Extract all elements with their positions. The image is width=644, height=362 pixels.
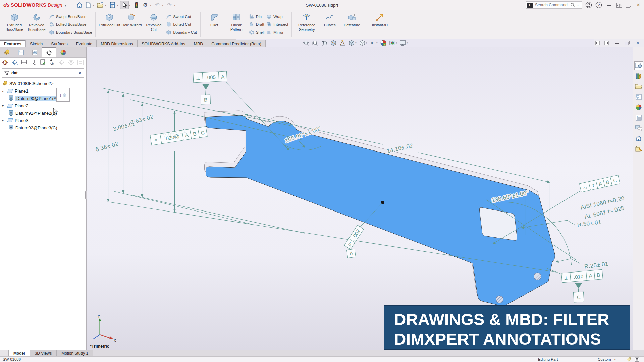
window-minimize-icon[interactable] bbox=[613, 40, 621, 46]
datum-feature-b[interactable]: B bbox=[201, 84, 211, 104]
display-style-dropdown[interactable]: ▾ bbox=[366, 42, 367, 44]
tab-evaluate[interactable]: Evaluate bbox=[72, 40, 97, 47]
view-settings-dropdown[interactable]: ▾ bbox=[407, 42, 408, 44]
tolanalyst-icon-disabled[interactable] bbox=[77, 59, 84, 66]
tab-command-predictor[interactable]: Command Predictor (Beta) bbox=[207, 40, 266, 47]
options-list-icon[interactable] bbox=[635, 357, 639, 362]
revolved-cut-button[interactable]: Revolved Cut bbox=[143, 11, 165, 32]
save-dropdown[interactable]: ▾ bbox=[117, 4, 118, 7]
dynamic-annotation-views-button[interactable] bbox=[339, 40, 346, 46]
search-input[interactable] bbox=[535, 3, 568, 7]
close-button[interactable]: ✕ bbox=[635, 2, 642, 8]
tree-node-datum90[interactable]: A Datum90@Plane1(A) bbox=[0, 95, 86, 102]
datum-feature-a[interactable]: A bbox=[347, 249, 356, 258]
collapse-caret-icon[interactable]: ▾ bbox=[2, 89, 5, 93]
hide-show-items-button[interactable]: ▾ bbox=[369, 40, 378, 46]
home-panel-button[interactable] bbox=[634, 134, 643, 143]
view-orientation-dropdown[interactable]: ▾ bbox=[355, 42, 357, 44]
draft-button[interactable]: Draft bbox=[249, 21, 265, 28]
lofted-cut-button[interactable]: Lofted Cut bbox=[166, 21, 197, 28]
tree-root[interactable]: SW-01086<Scheme2> bbox=[0, 80, 86, 87]
swept-boss-button[interactable]: Swept Boss/Base bbox=[49, 13, 92, 20]
new-document-dropdown[interactable]: ▾ bbox=[93, 4, 94, 7]
tree-filter[interactable]: ✕ bbox=[2, 68, 84, 78]
edit-appearance-button[interactable] bbox=[380, 40, 387, 46]
curves-button[interactable]: Curves ▾ bbox=[319, 11, 341, 27]
select-dropdown[interactable]: ▾ bbox=[129, 4, 130, 7]
user-account-icon[interactable] bbox=[585, 2, 592, 8]
tab-features[interactable]: Features bbox=[0, 40, 26, 47]
reference-geometry-button[interactable]: Reference Geometry ▾ bbox=[294, 11, 319, 32]
tags-icon[interactable] bbox=[627, 357, 632, 362]
boundary-boss-button[interactable]: Boundary Boss/Base bbox=[49, 29, 92, 36]
import-scheme-icon-disabled[interactable] bbox=[68, 59, 74, 66]
open-button[interactable] bbox=[96, 1, 105, 9]
collapse-caret-icon[interactable]: ▾ bbox=[2, 104, 5, 108]
graphics-viewport[interactable]: 5.38±.02 3.00±.02 2.63±.02 2.06±.01 14.1… bbox=[87, 47, 633, 350]
previous-view-button[interactable] bbox=[321, 40, 328, 46]
select-tool-button[interactable] bbox=[120, 1, 129, 9]
display-style-button[interactable]: ▾ bbox=[359, 40, 367, 46]
section-view-button[interactable] bbox=[330, 40, 337, 46]
command-search[interactable]: >_ ▾ bbox=[526, 1, 582, 9]
custom-properties-button[interactable] bbox=[634, 113, 643, 122]
auto-dimension-scheme-icon[interactable] bbox=[2, 59, 9, 66]
hide-show-items-dropdown[interactable]: ▾ bbox=[376, 42, 378, 44]
fcf-perpendicularity-bottom[interactable]: ⊥ .010 A B bbox=[561, 269, 603, 283]
forum-button[interactable] bbox=[634, 124, 643, 132]
tab-sketch[interactable]: Sketch bbox=[25, 40, 47, 47]
window-close-icon[interactable]: ✕ bbox=[634, 40, 641, 46]
pane-split-button[interactable] bbox=[4, 350, 9, 356]
hole-wizard-button[interactable]: Hole Wizard ▾ bbox=[120, 11, 143, 27]
collapse-pane-left-icon[interactable] bbox=[595, 41, 600, 45]
tree-node-plane1[interactable]: ▾ Plane1 bbox=[0, 87, 86, 95]
fillet-button[interactable]: Fillet ▾ bbox=[203, 11, 225, 27]
collapse-pane-right-icon[interactable] bbox=[604, 41, 609, 45]
zoom-to-fit-button[interactable] bbox=[303, 40, 310, 46]
part-body[interactable] bbox=[204, 111, 555, 306]
tab-motion-study-1[interactable]: Motion Study 1 bbox=[57, 350, 93, 356]
save-button[interactable] bbox=[108, 1, 117, 9]
instant3d-button[interactable]: Instant3D bbox=[369, 11, 391, 27]
minimize-button[interactable] bbox=[605, 2, 613, 8]
extruded-cut-button[interactable]: Extruded Cut bbox=[98, 11, 120, 27]
display-manager-tab[interactable] bbox=[56, 47, 70, 57]
tab-solidworks-add-ins[interactable]: SOLIDWORKS Add-Ins bbox=[137, 40, 190, 47]
redo-dropdown[interactable]: ▾ bbox=[174, 4, 175, 7]
zoom-to-area-button[interactable] bbox=[312, 40, 319, 46]
fcf-flatness[interactable]: ▱ .002 bbox=[344, 225, 364, 249]
property-manager-tab[interactable] bbox=[14, 47, 28, 57]
configuration-manager-tab[interactable] bbox=[28, 47, 42, 57]
options-button[interactable]: ⚙ bbox=[141, 1, 150, 9]
datum-feature-c[interactable]: C bbox=[574, 283, 584, 302]
defeature-button[interactable]: Defeature bbox=[341, 11, 363, 27]
apply-scene-button[interactable]: ▾ bbox=[389, 40, 397, 46]
featuremanager-design-tree-tab[interactable] bbox=[0, 47, 14, 57]
extruded-boss-button[interactable]: Extruded Boss/Base bbox=[3, 11, 25, 32]
file-explorer-button[interactable] bbox=[634, 82, 643, 91]
linear-pattern-dropdown[interactable]: ▾ bbox=[236, 28, 237, 31]
apply-scene-dropdown[interactable]: ▾ bbox=[396, 42, 397, 44]
lofted-boss-button[interactable]: Lofted Boss/Base bbox=[49, 21, 92, 28]
pane-split-button[interactable] bbox=[0, 350, 4, 356]
shell-button[interactable]: Shell bbox=[249, 29, 265, 36]
datum-target-icon[interactable] bbox=[40, 59, 46, 66]
restore-button[interactable] bbox=[626, 3, 631, 8]
tree-filter-input[interactable] bbox=[11, 71, 76, 75]
clear-filter-icon[interactable]: ✕ bbox=[78, 71, 82, 76]
dimxpert-manager-tab[interactable] bbox=[42, 47, 56, 57]
mirror-button[interactable]: Mirror bbox=[266, 29, 288, 36]
units-selector[interactable]: Custom ▲ bbox=[598, 357, 616, 361]
help-icon[interactable]: ? bbox=[595, 2, 602, 8]
reference-geometry-dropdown[interactable]: ▾ bbox=[306, 28, 307, 31]
linear-pattern-button[interactable]: Linear Pattern ▾ bbox=[225, 11, 248, 32]
interference-check-button[interactable] bbox=[132, 1, 141, 9]
3dexperience-marketplace-button[interactable] bbox=[634, 144, 643, 153]
tab-surfaces[interactable]: Surfaces bbox=[47, 40, 72, 47]
tree-node-datum92[interactable]: A Datum92@Plane3(C) bbox=[0, 124, 86, 131]
collapse-caret-icon[interactable]: ▾ bbox=[2, 119, 5, 122]
fillet-dropdown[interactable]: ▾ bbox=[214, 24, 215, 27]
tab-mbd[interactable]: MBD bbox=[190, 40, 208, 47]
swept-cut-button[interactable]: Swept Cut bbox=[166, 13, 197, 20]
view-orientation-button[interactable]: ▾ bbox=[348, 40, 357, 46]
